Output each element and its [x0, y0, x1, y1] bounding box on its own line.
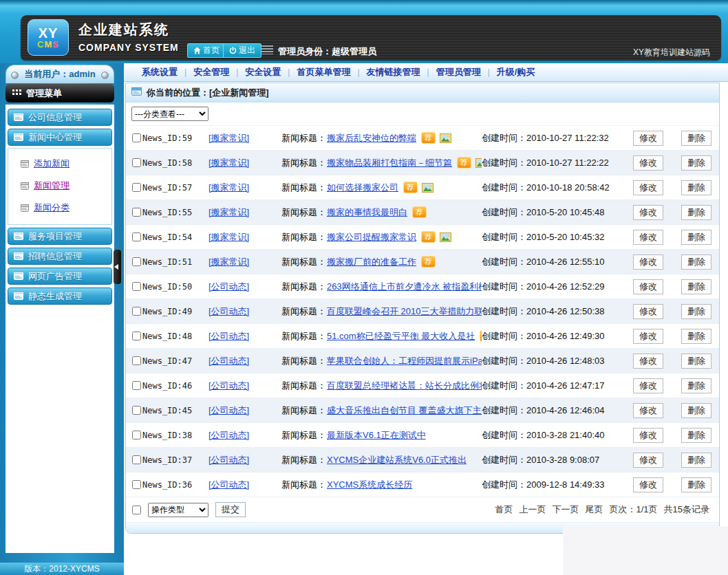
delete-button[interactable]: 删除: [681, 279, 711, 294]
delete-button[interactable]: 删除: [681, 354, 711, 369]
edit-button[interactable]: 修改: [633, 279, 663, 294]
delete-button[interactable]: 删除: [681, 304, 711, 319]
edit-button[interactable]: 修改: [633, 180, 663, 195]
news-title-link[interactable]: 百度联盟峰会召开 2010三大举措助力联: [327, 305, 482, 318]
row-checkbox[interactable]: [132, 356, 141, 365]
sidebar-group-6[interactable]: 静态生成管理: [8, 288, 112, 305]
topnav-item-3[interactable]: 安全设置: [238, 66, 288, 78]
delete-button[interactable]: 删除: [681, 254, 711, 270]
edit-button[interactable]: 修改: [633, 131, 663, 146]
sidebar-group-5[interactable]: 网页广告管理: [8, 268, 112, 285]
row-checkbox[interactable]: [132, 282, 141, 291]
row-checkbox[interactable]: [132, 431, 141, 440]
sidebar-group-2[interactable]: 新闻中心管理: [8, 129, 112, 146]
row-checkbox[interactable]: [132, 183, 141, 192]
category-link[interactable]: [搬家常识]: [208, 182, 249, 193]
edit-button[interactable]: 修改: [633, 477, 663, 492]
row-checkbox[interactable]: [132, 208, 141, 217]
topnav-item-7[interactable]: 升级/购买: [490, 66, 542, 78]
sidebar-group-4[interactable]: 招聘信息管理: [8, 248, 112, 265]
sidebar-collapse-handle[interactable]: [114, 250, 121, 284]
pager-link-4[interactable]: 尾页: [585, 503, 603, 516]
edit-button[interactable]: 修改: [633, 428, 663, 443]
category-link[interactable]: [公司动态]: [208, 306, 249, 316]
category-select[interactable]: ---分类查看---: [131, 107, 208, 121]
news-title-link[interactable]: 盛大音乐推出自创节目 覆盖盛大旗下主要媒: [327, 404, 482, 417]
logout-button[interactable]: 退出: [223, 43, 261, 58]
category-link[interactable]: [公司动态]: [208, 380, 249, 391]
topnav-item-2[interactable]: 安全管理: [186, 66, 236, 78]
topnav-item-6[interactable]: 管理员管理: [429, 66, 488, 78]
sidebar-link[interactable]: 添加新闻: [34, 158, 69, 170]
delete-button[interactable]: 删除: [681, 205, 711, 220]
news-title-link[interactable]: 51.com称已经盈亏平衡 最大收入是社: [327, 330, 475, 343]
pager-link-1[interactable]: 首页: [495, 503, 513, 516]
delete-button[interactable]: 删除: [681, 230, 711, 245]
edit-button[interactable]: 修改: [633, 403, 663, 418]
edit-button[interactable]: 修改: [633, 205, 663, 220]
home-button[interactable]: 首页: [187, 43, 226, 58]
category-link[interactable]: [公司动态]: [208, 356, 249, 366]
action-type-select[interactable]: 操作类型: [148, 503, 208, 517]
news-title-link[interactable]: 搬家搬厂前的准备工作: [327, 256, 416, 268]
delete-button[interactable]: 删除: [681, 131, 711, 146]
topnav-item-5[interactable]: 友情链接管理: [360, 66, 427, 78]
news-title-link[interactable]: 最新版本V6.1正在测试中: [327, 429, 426, 442]
delete-button[interactable]: 删除: [681, 155, 711, 171]
category-link[interactable]: [搬家常识]: [208, 158, 249, 168]
sidebar-link[interactable]: 新闻分类: [34, 202, 69, 214]
row-checkbox[interactable]: [132, 257, 141, 266]
news-title-link[interactable]: 如何选择搬家公司: [327, 182, 398, 194]
edit-button[interactable]: 修改: [633, 378, 663, 393]
delete-button[interactable]: 删除: [681, 403, 711, 418]
category-link[interactable]: [搬家常识]: [208, 257, 249, 267]
select-all-checkbox[interactable]: [132, 506, 141, 514]
delete-button[interactable]: 删除: [681, 180, 711, 195]
news-title-link[interactable]: XYCMS企业建站系统V6.0正式推出: [327, 454, 467, 466]
edit-button[interactable]: 修改: [633, 230, 663, 245]
category-link[interactable]: [公司动态]: [208, 281, 249, 292]
edit-button[interactable]: 修改: [633, 354, 663, 369]
pager-link-3[interactable]: 下一页: [552, 503, 579, 516]
delete-button[interactable]: 删除: [681, 329, 711, 344]
edit-button[interactable]: 修改: [633, 453, 663, 468]
category-link[interactable]: [搬家常识]: [208, 207, 249, 217]
category-link[interactable]: [搬家常识]: [208, 133, 249, 143]
category-link[interactable]: [公司动态]: [208, 331, 249, 341]
edit-button[interactable]: 修改: [633, 304, 663, 319]
topnav-item-1[interactable]: 系统设置: [135, 66, 184, 78]
row-checkbox[interactable]: [132, 232, 141, 241]
sidebar-group-3[interactable]: 服务项目管理: [8, 228, 112, 245]
row-checkbox[interactable]: [132, 455, 141, 464]
row-checkbox[interactable]: [132, 406, 141, 415]
news-title-link[interactable]: 百度联盟总经理褚达晨：站长分成比例将提高: [327, 380, 482, 392]
topnav-item-4[interactable]: 首页菜单管理: [290, 66, 357, 78]
pager-link-2[interactable]: 上一页: [519, 503, 546, 516]
row-checkbox[interactable]: [132, 332, 141, 340]
category-link[interactable]: [公司动态]: [208, 479, 249, 490]
submit-button[interactable]: 提交: [215, 502, 246, 517]
row-checkbox[interactable]: [132, 480, 141, 489]
delete-button[interactable]: 删除: [681, 428, 711, 443]
edit-button[interactable]: 修改: [633, 329, 663, 344]
news-title-link[interactable]: 263网络通信上市前夕遭冷水 被指盈利模: [327, 281, 482, 293]
row-checkbox[interactable]: [132, 381, 141, 390]
sidebar-link[interactable]: 新闻管理: [34, 180, 69, 192]
category-link[interactable]: [公司动态]: [208, 405, 249, 415]
news-title-link[interactable]: 苹果联合创始人：工程师因提前展示iPad: [327, 355, 482, 367]
news-title-link[interactable]: 搬家的事情我最明白: [327, 206, 407, 219]
row-checkbox[interactable]: [132, 158, 141, 167]
edit-button[interactable]: 修改: [633, 254, 663, 270]
news-title-link[interactable]: 搬家公司提醒搬家常识: [327, 231, 416, 243]
news-title-link[interactable]: 搬家后乱安神位的弊端: [327, 132, 416, 144]
edit-button[interactable]: 修改: [633, 155, 663, 171]
row-checkbox[interactable]: [132, 133, 141, 142]
delete-button[interactable]: 删除: [681, 477, 711, 492]
news-title-link[interactable]: 搬家物品装厢打包指南－细节篇: [327, 157, 452, 169]
category-link[interactable]: [公司动态]: [208, 455, 249, 465]
news-title-link[interactable]: XYCMS系统成长经历: [327, 479, 412, 491]
sidebar-group-1[interactable]: 公司信息管理: [8, 109, 112, 126]
category-link[interactable]: [搬家常识]: [208, 232, 249, 242]
row-checkbox[interactable]: [132, 307, 141, 316]
delete-button[interactable]: 删除: [681, 453, 711, 468]
